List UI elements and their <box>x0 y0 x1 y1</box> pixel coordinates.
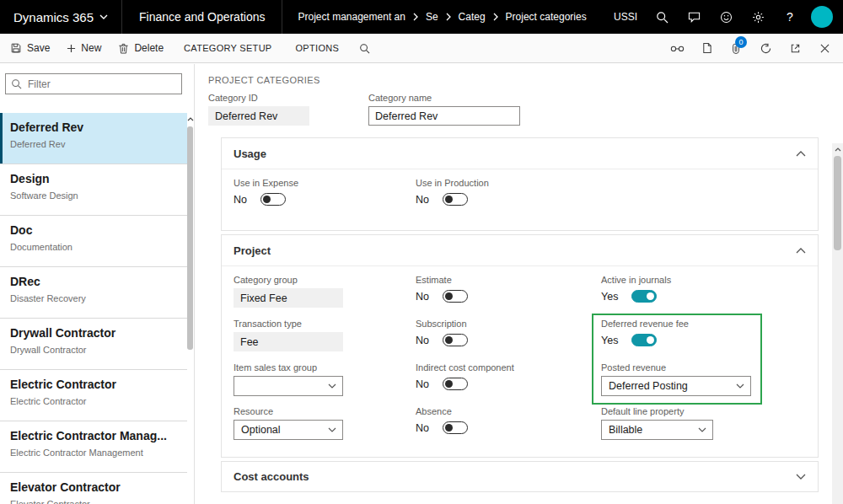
new-label: New <box>81 42 101 54</box>
open-in-new-window-icon[interactable] <box>783 34 807 63</box>
estimate-toggle[interactable] <box>443 290 468 303</box>
toolbar-search-icon[interactable] <box>351 34 379 63</box>
company-picker[interactable]: USSI <box>605 11 646 23</box>
list-item-electric-contractor-management[interactable]: Electric Contractor Manag... Electric Co… <box>0 421 187 473</box>
active-in-journals-toggle[interactable] <box>631 290 657 303</box>
scroll-up-icon[interactable] <box>186 113 194 125</box>
breadcrumb-item[interactable]: Categ <box>459 11 486 23</box>
category-setup-menu[interactable]: CATEGORY SETUP <box>172 34 283 63</box>
refresh-icon[interactable] <box>754 34 777 63</box>
use-in-production-toggle[interactable] <box>443 193 468 206</box>
deferred-revenue-fee-toggle[interactable] <box>631 334 657 346</box>
category-list: Deferred Rev Deferred Rev Design Softwar… <box>0 113 187 504</box>
usage-section-header[interactable]: Usage <box>222 138 818 169</box>
delete-label: Delete <box>134 42 164 54</box>
save-icon <box>10 42 22 54</box>
transaction-type-field: Transaction type Fee <box>234 319 416 362</box>
scroll-up-icon[interactable] <box>832 143 843 155</box>
main-scrollbar[interactable] <box>832 143 843 504</box>
item-sales-tax-group-dropdown[interactable] <box>234 376 343 396</box>
toggle-value: No <box>416 422 429 434</box>
delete-button[interactable]: Delete <box>110 34 172 63</box>
list-item-title: Elevator Contractor <box>10 480 177 495</box>
avatar[interactable] <box>811 6 833 28</box>
project-section-header[interactable]: Project <box>222 235 818 266</box>
absence-toggle[interactable] <box>443 421 468 434</box>
options-menu[interactable]: OPTIONS <box>284 34 352 63</box>
save-button[interactable]: Save <box>0 34 58 63</box>
scrollbar-thumb[interactable] <box>187 126 193 350</box>
chevron-up-icon <box>796 248 806 254</box>
field-label: Deferred revenue fee <box>601 319 806 329</box>
list-item-deferred-rev[interactable]: Deferred Rev Deferred Rev <box>0 113 187 164</box>
dynamics-365-menu[interactable]: Dynamics 365 <box>0 0 121 34</box>
posted-revenue-dropdown[interactable]: Deferred Posting <box>601 376 751 396</box>
field-label: Category group <box>234 275 416 285</box>
posted-revenue-field: Posted revenue Deferred Posting <box>601 362 806 406</box>
list-item-drec[interactable]: DRec Disaster Recovery <box>0 267 187 319</box>
cost-accounts-section-header[interactable]: Cost accounts <box>222 462 818 491</box>
category-name-label: Category name <box>368 93 520 103</box>
field-label: Use in Expense <box>234 178 416 188</box>
brand-label: Dynamics 365 <box>13 10 94 24</box>
list-item-title: Drywall Contractor <box>10 326 177 340</box>
filter-input[interactable] <box>5 73 182 94</box>
category-name-input[interactable] <box>368 106 520 126</box>
search-icon[interactable] <box>646 0 678 34</box>
use-in-expense-toggle[interactable] <box>260 193 286 206</box>
attachments-icon[interactable]: 0 <box>724 34 748 63</box>
chevron-right-icon <box>493 13 498 21</box>
breadcrumb-item[interactable]: Project management an <box>298 11 405 23</box>
scrollbar-thumb[interactable] <box>834 156 841 250</box>
usage-section-body: Use in Expense No Use in Production No <box>222 169 818 230</box>
field-label: Subscription <box>416 319 601 329</box>
list-item-doc[interactable]: Doc Documentation <box>0 216 187 267</box>
category-group-value[interactable]: Fixed Fee <box>234 288 343 308</box>
list-item-subtitle: Disaster Recovery <box>10 293 177 303</box>
page-title: PROJECT CATEGORIES <box>208 75 843 85</box>
list-item-design[interactable]: Design Software Design <box>0 164 187 216</box>
list-item-subtitle: Electric Contractor Management <box>10 448 177 458</box>
project-section-body: Category group Fixed Fee Transaction typ… <box>222 266 818 457</box>
default-line-property-dropdown[interactable]: Billable <box>601 420 713 440</box>
list-item-electric-contractor[interactable]: Electric Contractor Electric Contractor <box>0 370 187 421</box>
app-name[interactable]: Finance and Operations <box>122 0 282 34</box>
list-item-subtitle: Elevator Contractor <box>10 499 177 504</box>
breadcrumb-item[interactable]: Se <box>426 11 438 23</box>
help-icon[interactable]: ? <box>774 0 806 34</box>
close-icon[interactable] <box>813 34 836 63</box>
list-item-subtitle: Software Design <box>10 190 177 201</box>
category-id-value[interactable]: Deferred Rev <box>208 106 309 126</box>
field-label: Estimate <box>416 275 601 285</box>
filter-field <box>5 73 182 94</box>
subscription-toggle[interactable] <box>443 334 468 346</box>
toggle-value: No <box>416 194 429 206</box>
feedback-icon[interactable] <box>678 0 710 34</box>
document-icon[interactable] <box>695 34 718 63</box>
related-info-icon[interactable] <box>665 34 689 63</box>
list-item-title: Electric Contractor Manag... <box>10 429 177 443</box>
dropdown-value: Billable <box>609 424 642 436</box>
field-label: Absence <box>416 406 601 416</box>
active-in-journals-field: Active in journals Yes <box>601 275 806 319</box>
indirect-cost-component-toggle[interactable] <box>443 378 468 390</box>
list-item-elevator-contractor[interactable]: Elevator Contractor Elevator Contractor <box>0 473 187 504</box>
transaction-type-value[interactable]: Fee <box>234 332 343 351</box>
category-list-panel: Deferred Rev Deferred Rev Design Softwar… <box>0 64 195 504</box>
absence-field: Absence No <box>416 406 601 450</box>
sidebar-scrollbar[interactable] <box>186 113 194 504</box>
resource-dropdown[interactable]: Optional <box>234 420 343 440</box>
top-navigation-bar: Dynamics 365 Finance and Operations Proj… <box>0 0 843 34</box>
list-item-title: Electric Contractor <box>10 378 177 392</box>
new-button[interactable]: New <box>58 34 110 63</box>
plus-icon <box>67 44 76 53</box>
list-item-title: DRec <box>10 275 177 289</box>
list-item-drywall-contractor[interactable]: Drywall Contractor Drywall Contractor <box>0 319 187 370</box>
section-title: Usage <box>234 147 266 160</box>
smiley-icon[interactable] <box>710 0 742 34</box>
toolbar-right-actions: 0 <box>665 34 843 63</box>
breadcrumb-item-current[interactable]: Project categories <box>506 11 587 23</box>
section-title: Project <box>234 244 271 257</box>
indirect-cost-component-field: Indirect cost component No <box>416 362 601 406</box>
gear-icon[interactable] <box>742 0 774 34</box>
